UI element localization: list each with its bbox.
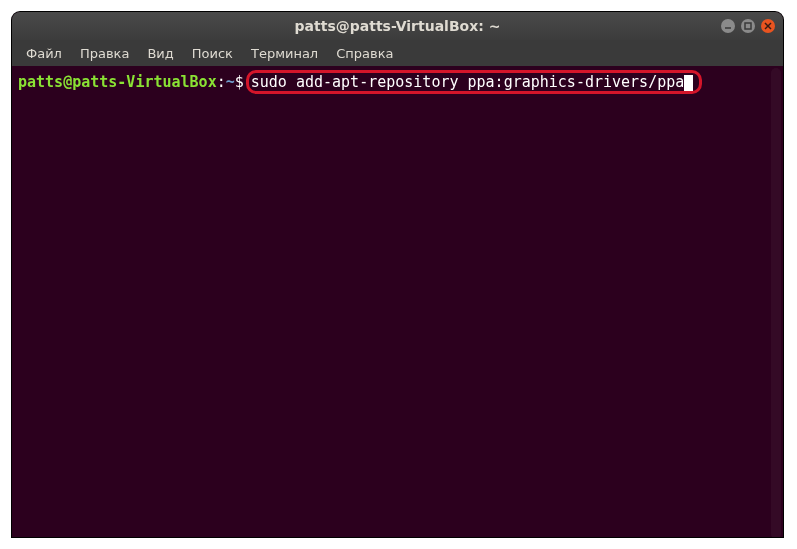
terminal-area[interactable]: patts@patts-VirtualBox:~$ sudo add-apt-r…	[12, 66, 783, 537]
close-icon	[764, 22, 772, 30]
menubar: Файл Правка Вид Поиск Терминал Справка	[12, 40, 783, 66]
scrollbar-track[interactable]	[769, 66, 783, 537]
window-title: patts@patts-VirtualBox: ~	[295, 18, 501, 34]
minimize-icon	[724, 22, 732, 30]
prompt-user-host: patts@patts-VirtualBox	[18, 73, 217, 91]
menu-search[interactable]: Поиск	[184, 43, 241, 64]
prompt-colon: :	[217, 73, 226, 91]
prompt-path: ~	[226, 73, 235, 91]
close-button[interactable]	[761, 19, 775, 33]
minimize-button[interactable]	[721, 19, 735, 33]
scrollbar-thumb[interactable]	[771, 68, 781, 537]
menu-file[interactable]: Файл	[18, 43, 70, 64]
menu-edit[interactable]: Правка	[72, 43, 137, 64]
prompt-line: patts@patts-VirtualBox:~$ sudo add-apt-r…	[18, 70, 777, 94]
maximize-button[interactable]	[741, 19, 755, 33]
menu-help[interactable]: Справка	[328, 43, 401, 64]
menu-terminal[interactable]: Терминал	[243, 43, 326, 64]
command-highlight: sudo add-apt-repository ppa:graphics-dri…	[246, 70, 702, 94]
window-controls	[721, 19, 775, 33]
maximize-icon	[744, 22, 752, 30]
titlebar: patts@patts-VirtualBox: ~	[12, 12, 783, 40]
terminal-window: patts@patts-VirtualBox: ~ Файл Правка Ви…	[12, 12, 783, 537]
command-text: sudo add-apt-repository ppa:graphics-dri…	[251, 73, 684, 91]
svg-rect-1	[745, 23, 751, 29]
cursor-icon	[684, 75, 693, 91]
menu-view[interactable]: Вид	[139, 43, 181, 64]
prompt-dollar: $	[235, 73, 244, 91]
